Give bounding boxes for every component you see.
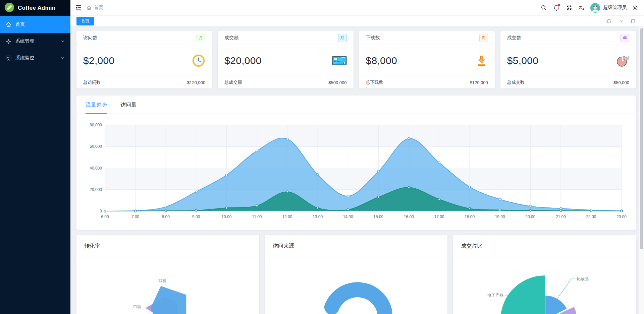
stat-footer-label: 总成交数 (507, 79, 525, 85)
svg-text:耳机: 耳机 (159, 278, 167, 283)
svg-text:20:00: 20:00 (525, 214, 535, 219)
home-icon (87, 5, 92, 10)
user-menu[interactable]: 超级管理员 (588, 3, 630, 13)
svg-text:19:00: 19:00 (495, 214, 505, 219)
svg-text:9:00: 9:00 (192, 214, 200, 219)
spring-leaf-logo-icon (4, 2, 14, 14)
traffic-trend-chart: 020,00040,00060,00080,0006:007:008:009:0… (76, 114, 635, 230)
app-root: Coffee Admin 首页 系统管理 系统监控 首页 (0, 0, 644, 314)
stat-value: $2,000 (83, 55, 115, 66)
stat-footer-value: $120,000 (470, 80, 488, 85)
tabs-bar: 首页 (70, 16, 644, 27)
svg-text:12:00: 12:00 (282, 214, 292, 219)
sidebar-item-1[interactable]: 系统管理 (0, 33, 70, 50)
stat-value: $20,000 (224, 55, 262, 66)
sidebar-item-label: 系统管理 (15, 38, 34, 44)
stat-card-1: 成交额 月 $20,000 总成交额 $500,000 (218, 31, 353, 88)
download-icon (475, 54, 488, 67)
sidebar-item-2[interactable]: 系统监控 (0, 50, 70, 66)
svg-text:A: A (582, 8, 584, 10)
stat-card-title: 下载数 (366, 35, 380, 41)
search-icon[interactable] (537, 0, 550, 16)
stat-value: $8,000 (366, 55, 397, 66)
stat-value: $5,000 (507, 55, 539, 66)
svg-text:14:00: 14:00 (343, 214, 353, 219)
svg-text:22:00: 22:00 (586, 214, 596, 219)
clock-icon (192, 54, 205, 67)
stat-footer-label: 总访问数 (83, 79, 101, 85)
settings-gear-icon[interactable] (630, 0, 640, 16)
svg-text:17:00: 17:00 (434, 214, 444, 219)
visit-source-donut-chart (265, 257, 448, 314)
sidebar-item-label: 首页 (15, 21, 25, 27)
tab-controls (603, 16, 644, 26)
pie-icon: % (616, 54, 629, 67)
stat-card-3: 成交数 年 $5,000 % 总成交数 $50,000 (500, 31, 636, 88)
scrollbar-thumb[interactable] (640, 28, 643, 249)
svg-text:10:00: 10:00 (221, 214, 231, 219)
navbar: 首页 文A 超级管理员 (70, 0, 644, 16)
deal-share-pie-chart: 电子产品化妆品 (453, 257, 636, 314)
main-content: 访问数 月 $2,000 总访问数 $120,000 成交额 月 $20,000… (70, 27, 639, 314)
card-title: 转化率 (76, 235, 259, 257)
scrollbar-track[interactable] (639, 27, 644, 314)
stat-footer-value: $500,000 (328, 80, 346, 85)
username: 超级管理员 (603, 5, 627, 11)
stat-card-2: 下载数 周 $8,000 总下载数 $120,000 (359, 31, 495, 88)
notification-dot (558, 4, 560, 6)
card-title: 成交占比 (453, 235, 636, 257)
breadcrumb[interactable]: 首页 (87, 5, 103, 11)
maximize-icon[interactable] (627, 16, 639, 26)
sidebar-fold-icon[interactable] (70, 0, 87, 15)
svg-text:20,000: 20,000 (90, 187, 102, 192)
stat-cards-row: 访问数 月 $2,000 总访问数 $120,000 成交额 月 $20,000… (76, 31, 636, 88)
svg-text:电脑: 电脑 (133, 304, 141, 309)
trend-tabs: 流量趋势访问量 (76, 96, 636, 114)
stat-card-title: 成交额 (224, 35, 238, 41)
app-logo: Coffee Admin (0, 0, 70, 16)
svg-text:23:00: 23:00 (616, 214, 627, 219)
svg-text:13:00: 13:00 (313, 214, 323, 219)
translate-icon[interactable]: 文A (576, 0, 588, 16)
visit-source-card: 访问来源 (265, 235, 448, 314)
stat-footer-value: $50,000 (613, 80, 629, 85)
tab-home[interactable]: 首页 (76, 17, 94, 25)
notification-bell-icon[interactable] (550, 0, 563, 16)
traffic-trend-card: 流量趋势访问量 020,00040,00060,00080,0006:007:0… (76, 96, 636, 230)
refresh-icon[interactable] (603, 16, 615, 26)
svg-text:电子产品: 电子产品 (487, 293, 503, 298)
svg-text:40,000: 40,000 (90, 166, 102, 171)
navbar-actions: 文A 超级管理员 (537, 0, 644, 16)
svg-text:化妆品: 化妆品 (576, 276, 589, 281)
period-badge: 年 (621, 34, 629, 42)
trend-tab-0[interactable]: 流量趋势 (86, 102, 107, 114)
stat-footer-label: 总下载数 (366, 79, 383, 85)
chevron-down-icon (61, 56, 65, 60)
app-title: Coffee Admin (18, 5, 55, 11)
svg-text:6:00: 6:00 (101, 214, 109, 219)
fullscreen-icon[interactable] (563, 0, 576, 16)
sidebar-item-label: 系统监控 (15, 55, 34, 61)
period-badge: 周 (479, 34, 488, 42)
monitor-icon (6, 55, 12, 61)
svg-text:15:00: 15:00 (373, 214, 383, 219)
chevron-down-icon (61, 39, 65, 43)
svg-text:21:00: 21:00 (556, 214, 566, 219)
conversion-radar-chart: 电脑耳机充电器 (76, 257, 259, 314)
trend-tab-1[interactable]: 访问量 (120, 102, 137, 114)
svg-text:80,000: 80,000 (90, 123, 102, 127)
credit-card-icon (332, 55, 347, 66)
svg-text:7:00: 7:00 (131, 214, 140, 219)
stat-card-0: 访问数 月 $2,000 总访问数 $120,000 (76, 31, 212, 88)
svg-text:文: 文 (579, 5, 582, 9)
period-badge: 月 (197, 34, 205, 42)
svg-text:11:00: 11:00 (252, 214, 262, 219)
conversion-rate-card: 转化率 电脑耳机充电器 (76, 235, 259, 314)
svg-text:16:00: 16:00 (404, 214, 414, 219)
stat-card-title: 成交数 (507, 35, 521, 41)
period-badge: 月 (338, 34, 347, 42)
chevron-down-icon[interactable] (615, 16, 627, 26)
svg-text:%: % (626, 56, 628, 59)
gear-icon (6, 38, 12, 44)
sidebar-item-0[interactable]: 首页 (0, 16, 70, 33)
